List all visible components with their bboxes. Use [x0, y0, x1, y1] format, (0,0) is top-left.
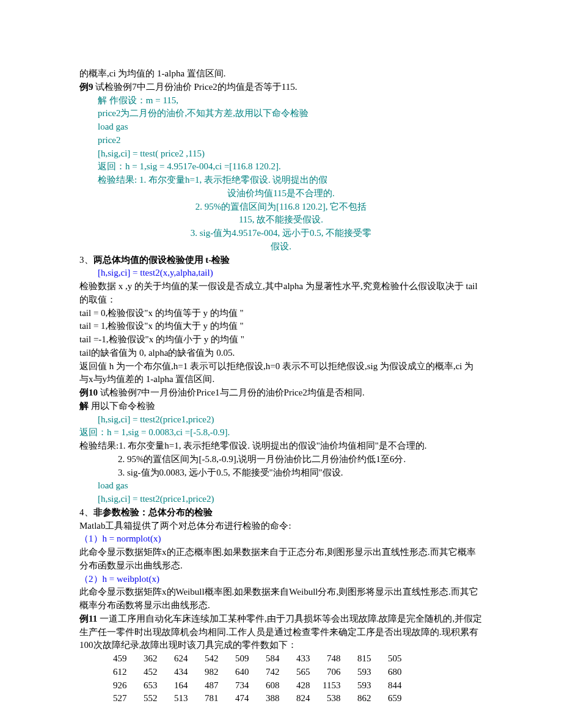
example-text: 试检验例7中一月份油价Price1与二月份的油价Price2均值是否相同. [98, 388, 365, 397]
table-cell: 659 [378, 692, 408, 705]
code-line: price2 [79, 134, 483, 147]
table-cell: 824 [286, 692, 316, 705]
body-text: 的概率,ci 为均值的 1-alpha 置信区间. 例9 试检验例7中二月份油价… [79, 67, 483, 705]
data-table: 4593626245425095844337488155056124524349… [103, 652, 408, 705]
table-cell: 612 [103, 666, 133, 679]
code-line: （1）h = normplot(x) [79, 532, 483, 546]
table-cell: 584 [255, 652, 286, 666]
section-number: 4、 [79, 507, 93, 517]
table-cell: 982 [194, 666, 225, 679]
section-3-heading: 3、两总体均值的假设检验使用 t-检验 [79, 254, 483, 267]
paragraph: Matlab工具箱提供了两个对总体分布进行检验的命令: [79, 520, 483, 533]
example-text: 试检验例7中二月份油价 Price2的均值是否等于115. [93, 82, 297, 92]
table-cell: 624 [164, 652, 194, 666]
solution-line: 解 用以下命令检验 [79, 400, 483, 413]
example-11: 例11 一道工序用自动化车床连续加工某种零件,由于刀具损坏等会出现故障.故障是完… [79, 612, 483, 652]
code-line: [h,sig,ci] = ttest2(price1,price2) [79, 493, 483, 506]
table-cell: 164 [164, 679, 194, 693]
table-cell: 388 [255, 692, 286, 705]
table-row: 612452434982640742565706593680 [103, 666, 408, 679]
table-cell: 538 [316, 692, 347, 705]
table-cell: 748 [316, 652, 347, 666]
table-cell: 527 [103, 692, 133, 705]
table-cell: 542 [194, 652, 225, 666]
paragraph: tail =-1,检验假设"x 的均值小于 y 的均值 " [79, 333, 483, 347]
table-cell: 706 [316, 666, 347, 679]
table-cell: 362 [133, 652, 164, 666]
table-cell: 505 [378, 652, 408, 666]
example-label: 例10 [79, 388, 98, 397]
code-line: （2）h = weibplot(x) [79, 573, 483, 586]
result-line: 检验结果:1. 布尔变量h=1, 表示拒绝零假设. 说明提出的假设"油价均值相同… [79, 439, 483, 453]
table-cell: 433 [286, 652, 316, 666]
table-row: 459362624542509584433748815505 [103, 652, 408, 666]
result-line: 2. 95%的置信区间为[-5.8,-0.9],说明一月份油价比二月份油价约低1… [79, 453, 483, 466]
table-cell: 815 [347, 652, 378, 666]
example-label: 例11 [79, 614, 97, 623]
table-cell: 474 [225, 692, 255, 705]
code-line: [h,sig,ci] = ttest2(price1,price2) [79, 413, 483, 427]
result-line: 假设. [79, 240, 483, 254]
table-cell: 781 [194, 692, 225, 705]
table-row: 9266531644877346084281153593844 [103, 679, 408, 693]
table-cell: 452 [133, 666, 164, 679]
table-cell: 862 [347, 692, 378, 705]
table-cell: 742 [255, 666, 286, 679]
table-cell: 459 [103, 652, 133, 666]
section-number: 3、 [79, 255, 93, 265]
section-4-heading: 4、非参数检验：总体分布的检验 [79, 506, 483, 520]
paragraph: tail = 1,检验假设"x 的均值大于 y 的均值 " [79, 320, 483, 333]
table-cell: 653 [133, 679, 164, 693]
section-title: 非参数检验：总体分布的检验 [93, 507, 213, 517]
example-9: 例9 试检验例7中二月份油价 Price2的均值是否等于115. [79, 81, 483, 94]
code-line: price2为二月份的油价,不知其方差,故用以下命令检验 [79, 107, 483, 120]
table-cell: 487 [194, 679, 225, 693]
table-cell: 844 [378, 679, 408, 693]
paragraph: tail的缺省值为 0, alpha的缺省值为 0.05. [79, 347, 483, 360]
result-line: 检验结果: 1. 布尔变量h=1, 表示拒绝零假设. 说明提出的假 [79, 174, 483, 187]
solution-label: 解 [79, 401, 89, 411]
table-cell: 593 [347, 679, 378, 693]
example-text: 一道工序用自动化车床连续加工某种零件,由于刀具损坏等会出现故障.故障是完全随机的… [79, 614, 482, 650]
example-label: 例9 [79, 82, 93, 92]
code-line: 返回：h = 1,sig = 0.0083,ci =[-5.8,-0.9]. [79, 426, 483, 439]
table-cell: 434 [164, 666, 194, 679]
table-cell: 680 [378, 666, 408, 679]
table-cell: 513 [164, 692, 194, 705]
code-line: [h,sig,ci] = ttest2(x,y,alpha,tail) [79, 267, 483, 280]
table-row: 527552513781474388824538862659 [103, 692, 408, 705]
table-cell: 1153 [316, 679, 347, 693]
table-cell: 565 [286, 666, 316, 679]
paragraph: 此命令显示数据矩阵x的Weibull概率图.如果数据来自Weibull分布,则图… [79, 586, 483, 612]
solution-text: 用以下命令检验 [89, 401, 155, 411]
code-line: 返回：h = 1,sig = 4.9517e-004,ci =[116.8 12… [79, 160, 483, 174]
paragraph: 的概率,ci 为均值的 1-alpha 置信区间. [79, 67, 483, 81]
result-line: 2. 95%的置信区间为[116.8 120.2], 它不包括 [79, 200, 483, 214]
result-line: 115, 故不能接受假设. [79, 213, 483, 227]
paragraph: 此命令显示数据矩阵x的正态概率图.如果数据来自于正态分布,则图形显示出直线性形态… [79, 546, 483, 573]
example-10: 例10 试检验例7中一月份油价Price1与二月份的油价Price2均值是否相同… [79, 386, 483, 400]
paragraph: 检验数据 x ,y 的关于均值的某一假设是否成立,其中alpha 为显著性水平,… [79, 280, 483, 307]
table-cell: 608 [255, 679, 286, 693]
result-line: 设油价均值115是不合理的. [79, 187, 483, 200]
paragraph: tail = 0,检验假设"x 的均值等于 y 的均值 " [79, 307, 483, 320]
table-cell: 926 [103, 679, 133, 693]
code-line: 解 作假设：m = 115, [79, 94, 483, 108]
table-cell: 734 [225, 679, 255, 693]
code-line: load gas [79, 120, 483, 134]
table-cell: 640 [225, 666, 255, 679]
code-line: [h,sig,ci] = ttest( price2 ,115) [79, 147, 483, 161]
table-cell: 552 [133, 692, 164, 705]
result-line: 3. sig-值为4.9517e-004, 远小于0.5, 不能接受零 [79, 227, 483, 240]
result-line: 3. sig-值为0.0083, 远小于0.5, 不能接受"油价均相同"假设. [79, 466, 483, 480]
paragraph: 返回值 h 为一个布尔值,h=1 表示可以拒绝假设,h=0 表示不可以拒绝假设,… [79, 360, 483, 387]
section-title: 两总体均值的假设检验使用 t-检验 [93, 255, 230, 265]
code-line: load gas [79, 479, 483, 493]
table-cell: 593 [347, 666, 378, 679]
table-cell: 509 [225, 652, 255, 666]
table-cell: 428 [286, 679, 316, 693]
